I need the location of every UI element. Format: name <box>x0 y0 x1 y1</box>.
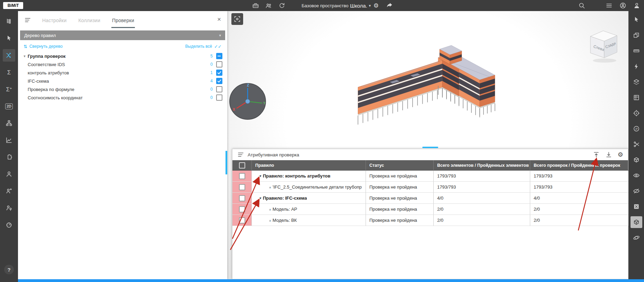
row-checkbox[interactable] <box>239 217 245 224</box>
tree-item-checkbox[interactable] <box>216 61 222 67</box>
rules-tree-header[interactable]: Дерево правил ▾ <box>20 30 225 40</box>
right-toolbar: P <box>628 11 644 279</box>
row-leaf-icon[interactable]: ▲ <box>268 185 273 189</box>
user-location-icon[interactable] <box>3 202 15 214</box>
tree-item-group[interactable]: ▾ Группа проверок 5 <box>18 52 227 60</box>
rule-label: Модель: ВК <box>273 218 297 223</box>
toolbox-icon[interactable] <box>251 1 260 10</box>
results-table: Правило Статус Всего элементов / Пройден… <box>232 160 628 226</box>
plugin-icon[interactable] <box>3 151 15 163</box>
scheme-icon[interactable] <box>3 117 15 129</box>
table-row: ▲ Модель: ВК Проверка не пройдена 2/0 2/… <box>232 215 628 226</box>
search-button[interactable] <box>578 0 585 11</box>
tree-item-label: Проверка по формуле <box>28 87 208 92</box>
sum-plus-tool-icon[interactable]: Σ+ <box>3 83 15 95</box>
row-checkbox[interactable] <box>239 195 245 201</box>
rule-label: Правило: IFC-схема <box>263 195 307 201</box>
axis-gizmo[interactable]: Z Y X <box>228 82 267 121</box>
tree-item-coordinates[interactable]: Соотносимость координат 0 <box>18 93 227 102</box>
top-bar: BiMiT Базовое пространство ▾ Школа. ⚙ <box>0 0 644 11</box>
panel-menu-icon[interactable] <box>24 17 31 24</box>
transform-box-icon[interactable] <box>631 154 642 166</box>
sum-tool-icon[interactable]: Σ <box>3 66 15 79</box>
workspace-label: Базовое пространство <box>302 3 349 8</box>
checks-cell: 2/0 <box>530 204 629 215</box>
p-circle-icon[interactable]: P <box>631 123 642 135</box>
tree-item-count: 5 <box>208 54 213 58</box>
select-all-checkbox[interactable] <box>239 162 245 169</box>
expander-icon[interactable]: ▾ <box>21 54 28 58</box>
select-all-link[interactable]: Выделить всё ✓✓ <box>185 44 222 49</box>
cursor-icon[interactable] <box>631 14 642 26</box>
row-checkbox[interactable] <box>239 173 245 179</box>
view-cube[interactable]: Слева Сзади <box>585 27 624 65</box>
rules-tree: ▾ Группа проверок 5 Соответствие IDS 0 к… <box>18 52 227 102</box>
tree-item-checkbox[interactable] <box>216 86 222 92</box>
collapse-rows-icon[interactable] <box>593 151 600 158</box>
sync-icon[interactable] <box>277 1 286 10</box>
collapse-tree-link[interactable]: ⇅ Свернуть дерево <box>24 44 63 49</box>
panel-resize-handle[interactable] <box>422 147 438 148</box>
menu-list-icon[interactable] <box>605 1 614 10</box>
tree-item-ifc-schema[interactable]: IFC-схема 4 <box>18 77 227 85</box>
team-icon[interactable] <box>264 1 273 10</box>
hide-selected-icon[interactable] <box>631 201 642 212</box>
tab-collisions[interactable]: Коллизии <box>77 12 101 28</box>
clip-scissors-icon[interactable] <box>631 138 642 150</box>
isolate-cube-icon[interactable] <box>631 216 642 228</box>
center-target-icon[interactable] <box>631 107 642 119</box>
results-menu-icon[interactable] <box>237 151 244 158</box>
focus-selection-button[interactable] <box>231 13 243 25</box>
project-settings-icon[interactable]: ⚙ <box>374 3 379 9</box>
eye-icon[interactable] <box>631 170 642 181</box>
collapse-arrows-icon: ⇅ <box>24 44 27 49</box>
rules-tree-title: Дерево правил <box>24 33 56 38</box>
user-tool-icon[interactable] <box>3 168 15 180</box>
panel-scrollbar[interactable] <box>226 151 227 174</box>
two-d-mode-icon[interactable]: 2D <box>3 100 15 112</box>
layers-icon[interactable] <box>631 29 642 41</box>
table-header-row: Правило Статус Всего элементов / Пройден… <box>232 160 628 171</box>
table-row: ▼ Правило: контроль атрибутов Проверка н… <box>232 171 628 182</box>
lightning-icon[interactable] <box>631 61 642 72</box>
row-checkbox[interactable] <box>239 184 245 190</box>
model-tree-icon[interactable] <box>3 15 15 28</box>
status-cell: Проверка не пройдена <box>366 171 434 182</box>
expand-rows-icon[interactable] <box>605 151 612 158</box>
gauge-icon[interactable] <box>3 219 15 231</box>
app-logo[interactable]: BiMiT <box>3 2 23 9</box>
orbit-icon[interactable] <box>631 232 642 244</box>
tree-item-ids[interactable]: Соответствие IDS 0 <box>18 60 227 69</box>
row-leaf-icon[interactable]: ▲ <box>268 208 273 211</box>
results-panel: Атрибутивная проверка ⚙ Правило Статус В… <box>232 149 628 279</box>
tree-item-checkbox[interactable] <box>216 94 222 101</box>
tree-item-attributes[interactable]: контроль атрибутов 1 <box>18 69 227 77</box>
row-checkbox[interactable] <box>239 206 245 212</box>
clash-tool-icon[interactable] <box>3 49 15 62</box>
row-expander-icon[interactable]: ▼ <box>258 174 263 178</box>
row-expander-icon[interactable]: ▼ <box>258 197 263 200</box>
results-settings-icon[interactable]: ⚙ <box>618 152 623 158</box>
help-button[interactable]: ? <box>4 265 14 274</box>
section-box-icon[interactable] <box>631 92 642 103</box>
share-icon[interactable] <box>385 1 394 10</box>
tree-item-checkbox[interactable] <box>216 53 222 59</box>
eye-off-icon[interactable] <box>631 185 642 197</box>
tab-checks[interactable]: Проверки <box>111 12 135 28</box>
account-circle-icon[interactable] <box>618 1 627 10</box>
measure-icon[interactable] <box>631 45 642 57</box>
row-leaf-icon[interactable]: ▲ <box>268 219 273 222</box>
user-share-icon[interactable] <box>3 185 15 197</box>
tree-item-checkbox[interactable] <box>216 78 222 84</box>
results-actions: ⚙ <box>593 151 623 158</box>
user-icon[interactable] <box>632 1 641 10</box>
app: BiMiT Базовое пространство ▾ Школа. ⚙ <box>0 0 644 282</box>
project-title: Школа. <box>350 3 367 9</box>
tree-item-checkbox[interactable] <box>216 70 222 76</box>
section-plane-icon[interactable] <box>631 76 642 88</box>
tab-settings[interactable]: Настройки <box>42 12 67 28</box>
chart-icon[interactable] <box>3 134 15 146</box>
select-tool-icon[interactable] <box>3 32 15 45</box>
tree-item-formula[interactable]: Проверка по формуле 0 <box>18 85 227 93</box>
close-icon[interactable]: × <box>217 16 221 22</box>
